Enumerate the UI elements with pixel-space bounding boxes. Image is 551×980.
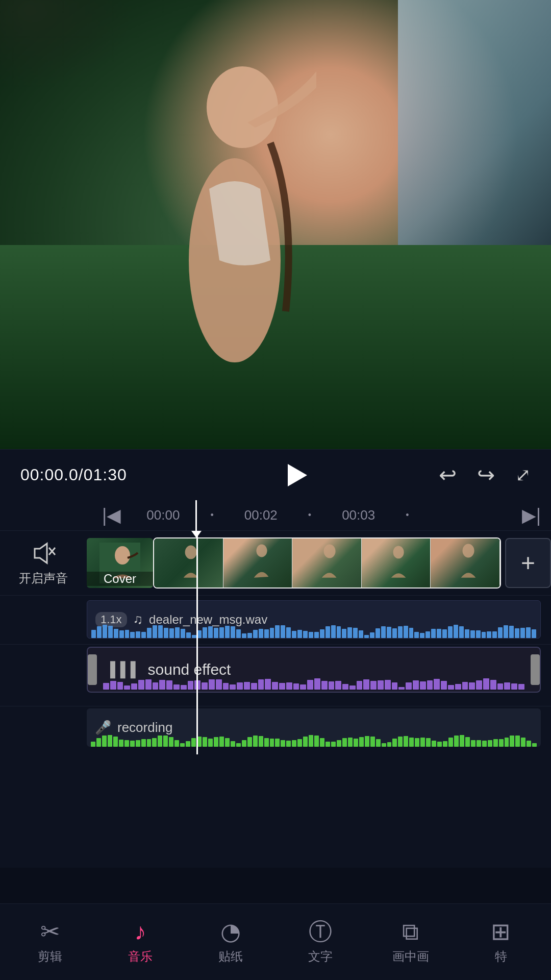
plus-icon: + — [521, 551, 535, 575]
separator-1 — [0, 595, 551, 596]
undo-button[interactable]: ↩ — [439, 464, 457, 486]
recording-waveform — [87, 730, 541, 747]
sound-handle-left[interactable] — [88, 654, 97, 685]
playhead-indicator — [191, 531, 202, 538]
music-track[interactable]: 1.1x ♫ dealer_new_msg.wav — [87, 600, 541, 639]
ruler-dot-1: • — [210, 510, 213, 521]
nav-item-music[interactable]: ♪ 音乐 — [107, 920, 173, 965]
music-waveform — [87, 622, 540, 638]
music-track-content: 1.1x ♫ dealer_new_msg.wav — [87, 600, 541, 639]
scissors-icon: ✂ — [40, 920, 60, 943]
recording-row: 🎤 recording — [0, 708, 551, 754]
ruler-dot-2: • — [308, 510, 311, 521]
video-bg-branches — [0, 0, 153, 102]
person-silhouette — [153, 15, 316, 362]
nav-item-edit[interactable]: ✂ 剪辑 — [17, 920, 83, 965]
svg-point-12 — [463, 544, 474, 558]
frame-5 — [431, 538, 500, 587]
redo-button[interactable]: ↪ — [477, 464, 495, 486]
fullscreen-button[interactable]: ⤢ — [515, 466, 531, 484]
svg-point-6 — [115, 546, 130, 565]
ruler-mark-2: 00:03 — [342, 507, 375, 523]
ruler-mark-0: 00:00 — [146, 507, 180, 523]
more-nav-icon: ⊞ — [491, 920, 511, 943]
svg-point-1 — [207, 66, 278, 148]
separator-3 — [0, 706, 551, 706]
playhead-line — [196, 535, 198, 754]
add-clip-button[interactable]: + — [505, 538, 551, 588]
video-track-content: Cover — [87, 537, 551, 589]
mute-control[interactable]: 开启声音 — [0, 535, 87, 591]
svg-rect-8 — [173, 538, 203, 587]
tracks-container: 开启声音 Cover — [0, 535, 551, 754]
video-preview — [0, 0, 551, 449]
ruler-end-button[interactable]: ▶| — [522, 505, 541, 526]
sound-effect-track[interactable]: ▌▌▌ sound effect — [87, 647, 541, 693]
nav-label-text: 文字 — [308, 948, 333, 965]
ruler-mark-1: 00:02 — [244, 507, 278, 523]
nav-item-sticker[interactable]: ◔ 贴纸 — [197, 920, 264, 965]
nav-item-text[interactable]: Ⓣ 文字 — [287, 920, 354, 965]
timeline-ruler: |◀ 00:00 • 00:02 • 00:03 • ▶| — [0, 500, 551, 531]
separator-2 — [0, 644, 551, 645]
frame-3 — [292, 538, 362, 587]
nav-item-more[interactable]: ⊞ 特 — [468, 920, 534, 965]
ruler-start-button[interactable]: |◀ — [102, 505, 121, 526]
nav-label-more: 特 — [495, 948, 507, 965]
sound-effect-waveform — [103, 675, 524, 690]
bottom-nav: ✂ 剪辑 ♪ 音乐 ◔ 贴纸 Ⓣ 文字 ⧉ 画中画 ⊞ 特 — [0, 903, 551, 980]
pip-icon: ⧉ — [402, 920, 419, 943]
video-frames-strip[interactable] — [153, 537, 501, 589]
nav-label-edit: 剪辑 — [38, 948, 62, 965]
sound-handle-right[interactable] — [531, 654, 540, 685]
play-icon — [288, 464, 307, 486]
frame-4 — [362, 538, 431, 587]
nav-item-pip[interactable]: ⧉ 画中画 — [378, 920, 444, 965]
recording-track[interactable]: 🎤 recording — [87, 708, 541, 747]
music-nav-icon: ♪ — [134, 920, 146, 943]
cover-label: Cover — [87, 572, 153, 586]
svg-marker-2 — [35, 544, 47, 563]
video-track-row: 开启声音 Cover — [0, 535, 551, 591]
svg-point-10 — [324, 545, 336, 558]
ruler-playhead — [195, 500, 197, 531]
controls-bar: 00:00.0/01:30 ↩ ↪ ⤢ — [0, 449, 551, 500]
music-track-label — [0, 598, 87, 641]
svg-point-11 — [393, 546, 404, 558]
mute-label: 开启声音 — [19, 570, 68, 586]
time-display: 00:00.0/01:30 — [20, 465, 153, 484]
nav-label-sticker: 贴纸 — [218, 948, 243, 965]
frame-2 — [223, 538, 293, 587]
frame-1 — [154, 538, 223, 587]
sticker-icon: ◔ — [220, 920, 241, 943]
sound-effect-row: ▌▌▌ sound effect — [0, 647, 551, 703]
ruler-dot-3: • — [406, 510, 409, 521]
nav-label-pip: 画中画 — [392, 948, 429, 965]
cover-thumbnail[interactable]: Cover — [87, 538, 153, 588]
text-nav-icon: Ⓣ — [309, 920, 332, 943]
svg-point-7 — [185, 545, 197, 559]
play-button[interactable] — [278, 457, 314, 493]
timeline-area: |◀ 00:00 • 00:02 • 00:03 • ▶| — [0, 500, 551, 868]
video-bg-sky — [398, 0, 551, 255]
svg-point-9 — [256, 545, 267, 557]
music-track-row: 1.1x ♫ dealer_new_msg.wav — [0, 598, 551, 641]
nav-label-music: 音乐 — [128, 948, 153, 965]
mute-icon — [30, 540, 57, 567]
